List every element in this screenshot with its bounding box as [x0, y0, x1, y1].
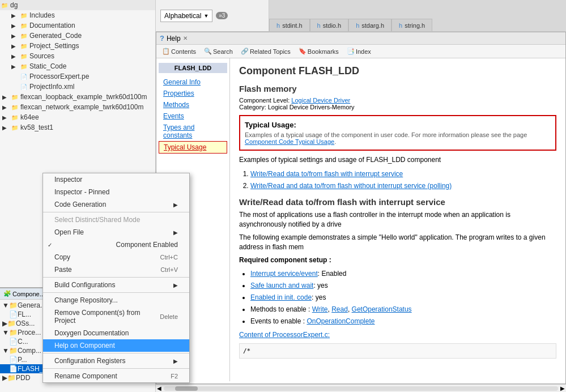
menu-build-configs[interactable]: Build Configurations ▶ [43, 279, 189, 291]
help-content: Component FLASH_LDD Flash memory Compone… [230, 58, 565, 381]
search-button[interactable]: 🔍 Search [202, 46, 235, 56]
tree-item-project-info[interactable]: 📄 ProjectInfo.xml [0, 82, 155, 92]
nav-item-methods[interactable]: Methods [159, 99, 227, 110]
tree-root[interactable]: 📁 dg [0, 0, 155, 10]
content-link[interactable]: Content of ProcessorExpert.c: [239, 331, 330, 339]
nav-item-events[interactable]: Events [159, 110, 227, 122]
bookmarks-button[interactable]: 🔖 Bookmarks [296, 46, 341, 56]
expand-icon: ▶ [0, 113, 9, 122]
nav-item-typical-usage[interactable]: Typical Usage [159, 141, 227, 154]
folder-icon: 📁 [19, 31, 28, 40]
tree-item-label: ProjectInfo.xml [29, 83, 74, 91]
section2-desc2: The following example demonstrates a sim… [239, 233, 556, 252]
folder-icon: 📁 [10, 113, 19, 122]
related-topics-button[interactable]: 🔗 Related Topics [239, 46, 293, 56]
context-menu: Inspector Inspector - Pinned Code Genera… [42, 173, 190, 383]
typical-usage-link[interactable]: Component Code Typical Usage [245, 138, 334, 145]
tree-root-label: dg [10, 1, 18, 9]
tree-item-k64ee[interactable]: ▶ 📁 k64ee [0, 112, 155, 122]
setup-link-enabled[interactable]: Enabled in init. code [250, 293, 312, 301]
usage-list: Write/Read data to/from flash with inter… [239, 169, 556, 191]
folder-icon: 📁 [19, 21, 28, 30]
typical-usage-desc: Examples of a typical usage of the compo… [245, 131, 551, 145]
item-label: Proce... [18, 329, 41, 336]
menu-open-file[interactable]: Open File ▶ [43, 226, 189, 238]
menu-help-on-component[interactable]: Help on Component [43, 339, 189, 352]
tree-item-generated[interactable]: ▶ 📁 Generated_Code [0, 31, 155, 41]
tab-label: string.h [405, 22, 425, 29]
setup-link-write[interactable]: Write [312, 305, 328, 313]
setup-link-read[interactable]: Read [331, 305, 348, 313]
menu-paste[interactable]: Paste Ctrl+V [43, 263, 189, 276]
scroll-right-icon[interactable]: ▶ [560, 385, 565, 391]
help-titlebar: ? Help ✕ [156, 32, 565, 45]
typical-usage-title: Typical Usage: [245, 121, 551, 129]
tab-stringh[interactable]: h string.h [391, 19, 432, 31]
item-label: PDD [16, 374, 30, 382]
menu-label: Help on Component [54, 342, 115, 350]
setup-item-1: Interrupt service/event: Enabled [250, 269, 556, 279]
menu-config-registers[interactable]: Configuration Registers ▶ [43, 355, 189, 367]
list-link-1[interactable]: Write/Read data to/from flash with inter… [250, 170, 403, 178]
nav-item-general[interactable]: General Info [159, 76, 227, 88]
setup-link-getstatus[interactable]: GetOperationStatus [352, 305, 412, 313]
tree-icon: 🧩 [3, 290, 11, 297]
tab-stdioh[interactable]: h stdio.h [310, 19, 349, 31]
tree-item-static-code[interactable]: ▶ 📁 Static_Code [0, 61, 155, 71]
menu-label: Configuration Registers [54, 357, 125, 365]
menu-code-generation[interactable]: Code Generation ▶ [43, 198, 189, 211]
tree-item-kv58[interactable]: ▶ 📁 kv58_test1 [0, 122, 155, 133]
tab-label: stdarg.h [361, 22, 384, 29]
nav-item-properties[interactable]: Properties [159, 88, 227, 99]
menu-copy[interactable]: Copy Ctrl+C [43, 251, 189, 263]
tree-item-project-settings[interactable]: ▶ 📁 Project_Settings [0, 41, 155, 51]
scroll-thumb[interactable] [175, 386, 198, 391]
list-item-2: Write/Read and data to/from flash withou… [250, 181, 556, 191]
list-link-2[interactable]: Write/Read and data to/from flash withou… [250, 182, 452, 190]
scroll-track[interactable] [164, 386, 558, 391]
menu-change-repo[interactable]: Change Repository... [43, 294, 189, 306]
menu-inspector-pinned[interactable]: Inspector - Pinned [43, 186, 189, 198]
menu-inspector[interactable]: Inspector [43, 173, 189, 186]
alphabetical-dropdown[interactable]: Alphabetical ▼ [160, 10, 212, 22]
checkmark-icon: ✓ [48, 242, 54, 248]
menu-remove-component[interactable]: Remove Component(s) from Project Delete [43, 306, 189, 327]
tree-item-includes[interactable]: ▶ 📁 Includes [0, 10, 155, 20]
horizontal-scrollbar[interactable]: ◀ ▶ [156, 384, 566, 392]
index-button[interactable]: 📑 Index [344, 46, 373, 56]
scroll-left-icon[interactable]: ◀ [157, 385, 161, 391]
file-icon: h [276, 22, 280, 29]
setup-item-3: Enabled in init. code: yes [250, 293, 556, 302]
expand-icon: ▼ [2, 347, 9, 355]
nav-item-types[interactable]: Types and constants [159, 122, 227, 141]
tree-item-flexcan2[interactable]: ▶ 📁 flexcan_network_example_twrk60d100m [0, 102, 155, 112]
menu-shortcut: F2 [171, 373, 178, 380]
nav-label: Types and constants [163, 123, 194, 139]
menu-rename-component[interactable]: Rename Component F2 [43, 370, 189, 382]
component-level-link[interactable]: Logical Device Driver [291, 97, 350, 104]
expand-icon [9, 72, 18, 81]
submenu-arrow-icon: ▶ [173, 358, 178, 364]
menu-doxygen[interactable]: Doxygen Documentation [43, 327, 189, 339]
tree-item-pe-file[interactable]: 📄 ProcessorExpert.pe [0, 71, 155, 82]
related-icon: 🔗 [241, 48, 249, 55]
tree-item-flexcan1[interactable]: ▶ 📁 flexcan_loopback_example_twrk60d100m [0, 92, 155, 102]
alphabetical-label: Alphabetical [164, 12, 201, 20]
related-label: Related Topics [250, 48, 291, 55]
tab-stdinth[interactable]: h stdint.h [269, 19, 310, 31]
setup-link-interrupt[interactable]: Interrupt service/event [250, 270, 318, 278]
tab-stdargh[interactable]: h stdarg.h [348, 19, 391, 31]
code-block: /* [239, 343, 556, 359]
tree-item-documentation[interactable]: ▶ 📁 Documentation [0, 20, 155, 31]
contents-button[interactable]: 📋 Contents [160, 46, 198, 56]
item-icon: 📁 [7, 319, 16, 327]
expand-icon: ▶ [2, 319, 7, 327]
help-tab-indicator: ✕ [183, 35, 188, 41]
menu-shortcut: Ctrl+V [160, 266, 178, 273]
setup-list: Interrupt service/event: Enabled Safe la… [239, 269, 556, 326]
tree-item-sources[interactable]: ▶ 📁 Sources [0, 51, 155, 61]
setup-link-safe[interactable]: Safe launch and wait [250, 282, 313, 289]
menu-component-enabled[interactable]: ✓ Component Enabled [43, 238, 189, 251]
menu-label: Rename Component [54, 372, 117, 380]
setup-link-onop[interactable]: OnOperationComplete [307, 317, 375, 325]
